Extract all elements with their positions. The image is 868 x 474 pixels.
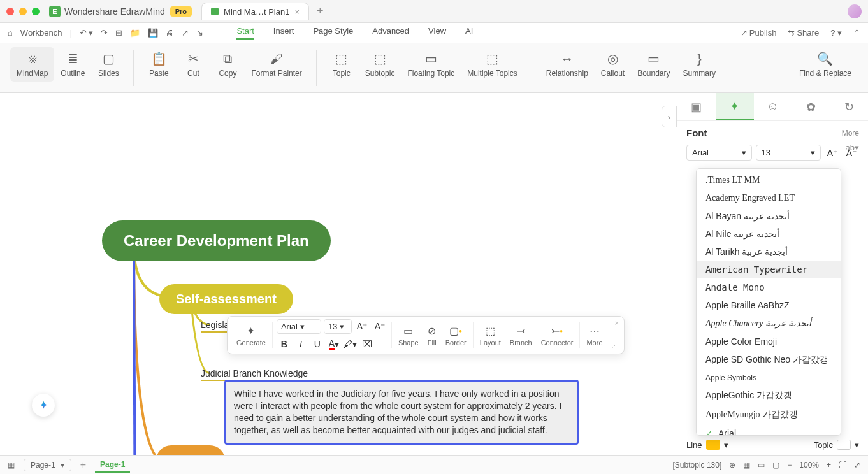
topic-self-assessment[interactable]: Self-assessment [159,284,293,314]
close-window[interactable] [6,8,14,15]
help-icon[interactable]: ? ▾ [830,28,842,38]
menu-start[interactable]: Start [236,26,254,40]
font-option[interactable]: Apple Chancery أبجدية عربية [697,314,841,333]
font-color-button[interactable]: A▾ [326,336,342,352]
topic-goals[interactable]: Goals [156,445,225,455]
menu-view[interactable]: View [428,26,446,40]
outline-view-button[interactable]: ≣Outline [54,47,91,82]
summary-button[interactable]: }Summary [677,47,722,82]
font-family-select[interactable]: Arial▾ [277,319,321,334]
selected-note-topic[interactable]: While I have worked in the Judiciary for… [224,380,579,445]
font-option[interactable]: Academy Engraved LET [697,189,841,207]
zoom-level[interactable]: 100% [799,461,819,470]
home-icon[interactable]: ⌂ [8,28,13,38]
panel-more-link[interactable]: More [842,129,859,138]
redo-icon[interactable]: ↷ [101,28,108,38]
panel-increase-font[interactable]: A⁺ [825,145,840,161]
font-option-selected[interactable]: ✓Arial [697,424,841,436]
font-size-select[interactable]: 13▾ [324,319,352,334]
underline-button[interactable]: U [310,336,325,352]
decrease-font-icon[interactable]: A⁻ [372,319,387,334]
increase-font-icon[interactable]: A⁺ [354,319,370,334]
document-tab[interactable]: Mind Ma…t Plan1 × [201,3,309,20]
boundary-button[interactable]: ▭Boundary [631,47,676,82]
font-option[interactable]: Andale Mono [697,278,841,296]
root-topic[interactable]: Career Development Plan [102,220,331,261]
import-icon[interactable]: ↘ [196,28,203,38]
collapse-ribbon-icon[interactable]: ⌃ [853,28,860,38]
workbench-button[interactable]: Workbench [20,28,62,38]
topic-button[interactable]: ⬚Topic [324,47,359,82]
user-avatar[interactable] [848,4,862,18]
font-option[interactable]: Apple Braille AaBbzZ [697,296,841,314]
share-button[interactable]: ⇆ Share [788,28,819,38]
paste-button[interactable]: 📋Paste [141,47,176,82]
font-option[interactable]: Al Nile أبجدية عربية [697,225,841,243]
toolbar-close-icon[interactable]: × [615,319,619,327]
export-icon[interactable]: ↗ [182,28,189,38]
border-button[interactable]: ▢●Border [443,324,469,347]
panel-tab-clipart[interactable]: ✿ [792,93,830,120]
font-option[interactable]: Al Bayan أبجدية عربية [697,207,841,225]
menu-page-style[interactable]: Page Style [313,26,353,40]
leaf-judicial[interactable]: Judicial Branch Knowledge [201,368,308,381]
clear-format-button[interactable]: ⌧ [359,336,375,352]
highlight-button[interactable]: 🖍▾ [343,336,358,352]
font-option[interactable]: Apple SD Gothic Neo 가갑갔갱 [697,350,841,370]
status-grid-icon[interactable]: ▦ [743,461,750,470]
status-globe-icon[interactable]: ⊕ [729,461,735,470]
shape-button[interactable]: ▭Shape [396,324,421,347]
new-file-icon[interactable]: ⊞ [115,28,122,38]
menu-advanced[interactable]: Advanced [372,26,409,40]
publish-button[interactable]: ↗ Publish [741,28,777,38]
slides-view-button[interactable]: ▢Slides [91,47,126,82]
font-option[interactable]: Apple Color Emoji [697,333,841,350]
pages-icon[interactable]: ▦ [8,461,15,470]
minimize-window[interactable] [19,8,27,15]
italic-button[interactable]: I [293,336,308,352]
status-preview-icon[interactable]: ▢ [772,461,779,470]
font-option[interactable]: Apple Symbols [697,370,841,386]
copy-button[interactable]: ⧉Copy [210,47,245,82]
relationship-button[interactable]: ↔Relationship [540,47,595,82]
layout-button[interactable]: ⬚Layout [477,324,503,347]
print-icon[interactable]: 🖨 [166,28,174,38]
menu-insert[interactable]: Insert [273,26,294,40]
fill-button[interactable]: ⊘Fill [425,324,439,347]
collapse-panel-button[interactable]: › [662,106,677,127]
zoom-out-button[interactable]: − [787,461,792,470]
text-style-indicator[interactable]: ab▾ [846,143,859,152]
panel-fontsize-select[interactable]: 13▾ [756,145,821,161]
close-tab-icon[interactable]: × [294,7,300,17]
save-icon[interactable]: 💾 [148,28,158,38]
panel-tab-style[interactable]: ▣ [677,93,716,120]
find-replace-button[interactable]: 🔍Find & Replace [793,47,858,82]
page-tab[interactable]: Page-1 [95,457,130,473]
undo-icon[interactable]: ↶ ▾ [80,28,94,38]
zoom-in-button[interactable]: + [827,461,831,470]
multiple-topics-button[interactable]: ⬚Multiple Topics [461,47,523,82]
branch-button[interactable]: ⤙Branch [507,324,535,347]
add-page-button[interactable]: + [80,459,86,471]
font-option[interactable]: .Times LT MM [697,171,841,189]
cut-button[interactable]: ✂Cut [176,47,210,82]
floating-topic-button[interactable]: ▭Floating Topic [401,47,461,82]
connector-button[interactable]: ⤚●Connector [539,324,576,347]
font-option[interactable]: American Typewriter [697,261,841,278]
bold-button[interactable]: B [277,336,292,352]
ai-assistant-fab[interactable]: ✦ [32,394,55,417]
panel-tab-emoji[interactable]: ☺ [754,93,792,120]
fit-screen-icon[interactable]: ⛶ [839,461,846,470]
more-button[interactable]: ⋯More [584,324,605,347]
font-option[interactable]: AppleGothic 가갑갔갱 [697,386,841,405]
ai-generate-button[interactable]: ✦ Generate [234,324,268,347]
font-option[interactable]: AppleMyungjo 가갑갔갱 [697,405,841,424]
format-painter-button[interactable]: 🖌Format Painter [245,47,308,82]
mindmap-view-button[interactable]: ⨳MindMap [10,47,54,82]
fullscreen-icon[interactable]: ⤢ [854,461,860,470]
callout-button[interactable]: ◎Callout [595,47,631,82]
maximize-window[interactable] [32,8,40,15]
panel-tab-history[interactable]: ↻ [830,93,868,120]
status-present-icon[interactable]: ▭ [758,461,765,470]
panel-tab-ai[interactable]: ✦ [716,93,754,120]
